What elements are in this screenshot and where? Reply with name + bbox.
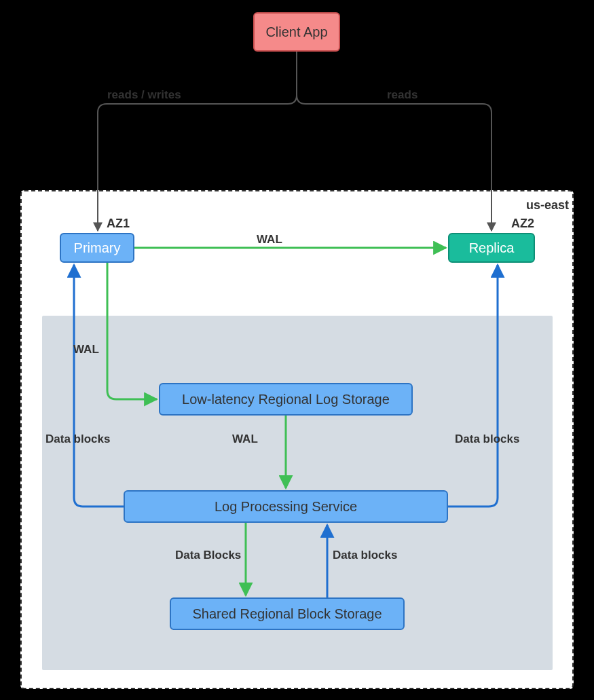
region-label: us-east <box>526 198 569 213</box>
edge-label-service-replica: Data blocks <box>455 432 519 446</box>
edge-label-primary-logstore: WAL <box>73 343 99 356</box>
log-service-node: Log Processing Service <box>124 490 448 523</box>
log-storage-label: Low-latency Regional Log Storage <box>182 392 390 407</box>
diagram-canvas: Client App us-east AZ1 AZ2 Primary Repli… <box>0 0 594 700</box>
primary-node: Primary <box>60 233 134 263</box>
replica-node: Replica <box>448 233 535 263</box>
edge-label-primary-replica: WAL <box>257 233 282 246</box>
primary-label: Primary <box>74 240 121 256</box>
edge-label-block-service: Data blocks <box>333 549 397 562</box>
edge-label-logstore-service: WAL <box>232 432 258 446</box>
edge-label-service-primary: Data blocks <box>45 432 110 446</box>
edge-label-service-block: Data Blocks <box>175 549 241 562</box>
az2-label: AZ2 <box>511 217 534 231</box>
block-storage-node: Shared Regional Block Storage <box>170 597 405 630</box>
block-storage-label: Shared Regional Block Storage <box>192 606 382 622</box>
client-app-label: Client App <box>265 24 327 40</box>
az1-label: AZ1 <box>107 217 130 231</box>
replica-label: Replica <box>469 240 515 256</box>
log-storage-node: Low-latency Regional Log Storage <box>159 383 413 416</box>
log-service-label: Log Processing Service <box>215 499 357 515</box>
edge-label-client-replica: reads <box>387 88 417 102</box>
client-app-node: Client App <box>253 12 340 52</box>
edge-label-client-primary: reads / writes <box>107 88 181 102</box>
